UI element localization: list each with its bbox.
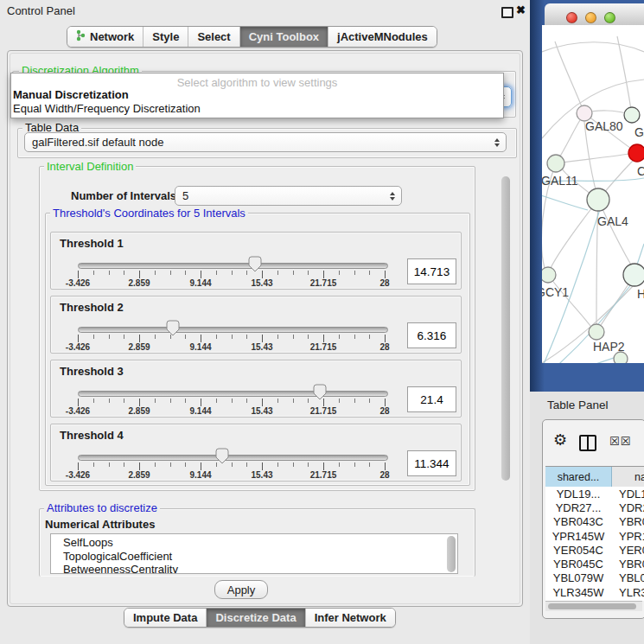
interval-definition-group-title: Interval Definition xyxy=(44,161,136,172)
numerical-attributes-list[interactable]: SelfLoopsTopologicalCoefficientBetweenne… xyxy=(50,533,458,574)
cell-shared-name[interactable]: YBR043C xyxy=(545,515,611,528)
table-row[interactable]: YBL079WYBL0 xyxy=(545,571,644,585)
tab-infer-network[interactable]: Infer Network xyxy=(305,609,395,627)
threshold-slider[interactable]: -3.4262.8599.14415.4321.71528 xyxy=(51,424,461,481)
slider-track[interactable] xyxy=(78,455,388,461)
slider-tick-label: 28 xyxy=(379,406,389,416)
tab-jactivemnodules[interactable]: jActiveMNodules xyxy=(328,27,437,47)
slider-tick xyxy=(339,399,340,403)
network-edge[interactable] xyxy=(551,200,598,268)
slider-thumb[interactable] xyxy=(166,320,180,336)
cell-shared-name[interactable]: YBL079W xyxy=(545,571,611,584)
scrollbar-thumb[interactable] xyxy=(548,603,636,609)
cell-shared-name[interactable]: YDR27... xyxy=(545,501,611,514)
table-row[interactable]: YPR145WYPR1 xyxy=(545,529,644,543)
network-node[interactable] xyxy=(542,267,556,283)
columns-icon[interactable] xyxy=(579,435,596,451)
table-row[interactable]: YDL19...YDL1 xyxy=(545,487,644,501)
table-row[interactable]: YDR27...YDR2 xyxy=(545,501,644,514)
gear-icon[interactable]: ⚙ xyxy=(553,432,567,448)
dropdown-option-manual[interactable]: Manual Discretization xyxy=(13,88,129,101)
cell-shared-name[interactable]: YPR145W xyxy=(545,530,611,543)
tab-cyni-toolbox[interactable]: Cyni Toolbox xyxy=(239,27,328,47)
cell-name[interactable]: YBL0 xyxy=(611,571,644,584)
tab-select[interactable]: Select xyxy=(188,27,239,47)
slider-tick xyxy=(232,335,233,339)
scrollbar-thumb[interactable] xyxy=(501,176,510,481)
cell-name[interactable]: YER0 xyxy=(611,544,644,557)
slider-tick xyxy=(369,335,370,339)
cell-shared-name[interactable]: YLR345W xyxy=(545,586,611,599)
list-item[interactable]: TopologicalCoefficient xyxy=(63,550,457,564)
minimize-traffic-light-icon[interactable] xyxy=(585,12,596,23)
slider-tick xyxy=(78,399,79,406)
tab-style[interactable]: Style xyxy=(143,27,188,47)
threshold-value-field[interactable] xyxy=(407,450,456,476)
network-node[interactable] xyxy=(624,107,640,123)
checkboxes-icon[interactable]: ☒☒ xyxy=(609,435,631,448)
column-header-name[interactable]: na xyxy=(612,467,644,487)
network-edge[interactable] xyxy=(584,122,598,200)
network-edge-highlighted[interactable] xyxy=(542,356,619,363)
slider-tick xyxy=(262,399,263,406)
network-node[interactable] xyxy=(623,264,644,286)
table-row[interactable]: YER054CYER0 xyxy=(545,543,644,557)
threshold-slider[interactable]: -3.4262.8599.14415.4321.71528 xyxy=(51,233,461,289)
close-traffic-light-icon[interactable] xyxy=(566,12,577,23)
slider-thumb[interactable] xyxy=(313,384,327,400)
column-header-shared-name[interactable]: shared... xyxy=(545,467,612,487)
cell-shared-name[interactable]: YDL19... xyxy=(545,488,611,501)
threshold-value-field[interactable] xyxy=(407,386,456,412)
threshold-slider[interactable]: -3.4262.8599.14415.4321.71528 xyxy=(51,296,461,353)
threshold-value-field[interactable] xyxy=(407,322,456,348)
close-icon[interactable]: ✖ xyxy=(516,3,526,16)
float-window-icon[interactable] xyxy=(501,7,513,18)
slider-track[interactable] xyxy=(78,327,388,333)
network-node[interactable] xyxy=(587,188,609,211)
table-data-combobox[interactable]: galFiltered.sif default node xyxy=(24,132,507,152)
network-node-label: GA xyxy=(634,125,644,139)
vertical-scrollbar[interactable] xyxy=(500,164,513,574)
zoom-traffic-light-icon[interactable] xyxy=(604,12,615,23)
network-node[interactable] xyxy=(547,155,564,172)
table-body[interactable]: YDL19...YDL1YDR27...YDR2YBR043CYBR0YPR14… xyxy=(545,487,644,601)
list-scrollbar-thumb[interactable] xyxy=(447,536,456,572)
table-row[interactable]: YBR043CYBR0 xyxy=(545,515,644,529)
threshold-slider[interactable]: -3.4262.8599.14415.4321.71528 xyxy=(51,360,461,417)
slider-track[interactable] xyxy=(78,263,388,269)
threshold-value-field[interactable] xyxy=(407,258,456,284)
list-item[interactable]: SelfLoops xyxy=(63,536,457,550)
tab-discretize-data[interactable]: Discretize Data xyxy=(206,609,304,627)
cell-name[interactable]: YDR2 xyxy=(611,501,644,514)
network-edge-highlighted[interactable] xyxy=(542,192,588,210)
slider-thumb[interactable] xyxy=(248,256,262,272)
cell-shared-name[interactable]: YER054C xyxy=(545,544,611,557)
cell-shared-name[interactable]: YBR045C xyxy=(545,558,611,571)
network-node[interactable] xyxy=(628,144,644,162)
network-edge[interactable] xyxy=(556,154,628,163)
slider-tick-label: 21.715 xyxy=(310,406,337,416)
network-graph[interactable]: GAL80GACGAL11GAL4GCY1HHAP2 xyxy=(542,25,644,363)
tab-network[interactable]: Network xyxy=(67,27,143,47)
slider-tick xyxy=(78,335,79,342)
table-row[interactable]: YLR345WYLR3 xyxy=(545,585,644,599)
network-edge[interactable] xyxy=(617,36,632,115)
cell-name[interactable]: YPR1 xyxy=(611,530,644,543)
cell-name[interactable]: YBR0 xyxy=(611,558,644,571)
slider-thumb[interactable] xyxy=(215,448,229,464)
network-canvas[interactable]: GAL80GACGAL11GAL4GCY1HHAP2 xyxy=(542,25,644,363)
table-row[interactable]: YBR045CYBR0 xyxy=(545,557,644,571)
network-window-titlebar[interactable] xyxy=(545,3,644,26)
list-item[interactable]: BetweennessCentrality xyxy=(63,563,457,574)
cell-name[interactable]: YDL1 xyxy=(611,488,644,501)
cell-name[interactable]: YLR3 xyxy=(611,586,644,599)
dropdown-option-equal-width[interactable]: Equal Width/Frequency Discretization xyxy=(13,102,201,115)
slider-track[interactable] xyxy=(78,391,388,397)
slider-tick xyxy=(109,399,110,403)
horizontal-scrollbar[interactable] xyxy=(545,601,642,611)
cell-name[interactable]: YBR0 xyxy=(611,515,644,528)
tab-impute-data[interactable]: Impute Data xyxy=(124,609,206,627)
num-intervals-combobox[interactable]: 5 xyxy=(175,186,402,206)
apply-button[interactable]: Apply xyxy=(214,580,268,599)
network-node[interactable] xyxy=(589,324,604,340)
